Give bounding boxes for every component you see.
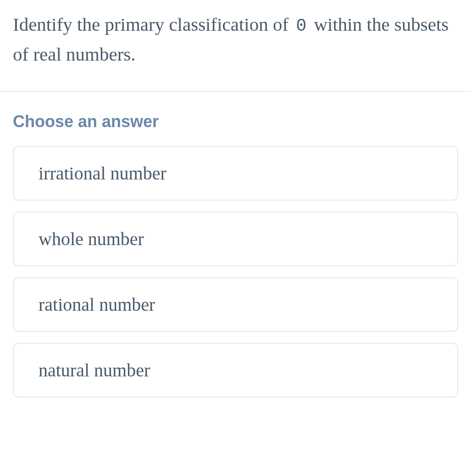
question-section: Identify the primary classification of 0…	[0, 0, 471, 92]
answer-section: Choose an answer irrational number whole…	[0, 92, 471, 418]
question-number: 0	[293, 16, 309, 36]
option-whole-number[interactable]: whole number	[13, 212, 458, 266]
question-prefix: Identify the primary classification of	[13, 14, 293, 35]
option-label: natural number	[39, 360, 150, 381]
option-natural-number[interactable]: natural number	[13, 343, 458, 398]
option-rational-number[interactable]: rational number	[13, 277, 458, 332]
option-label: rational number	[39, 294, 155, 315]
option-irrational-number[interactable]: irrational number	[13, 146, 458, 201]
option-label: irrational number	[39, 163, 166, 184]
option-label: whole number	[39, 229, 144, 249]
choose-answer-label: Choose an answer	[13, 112, 458, 131]
question-text: Identify the primary classification of 0…	[13, 10, 458, 69]
